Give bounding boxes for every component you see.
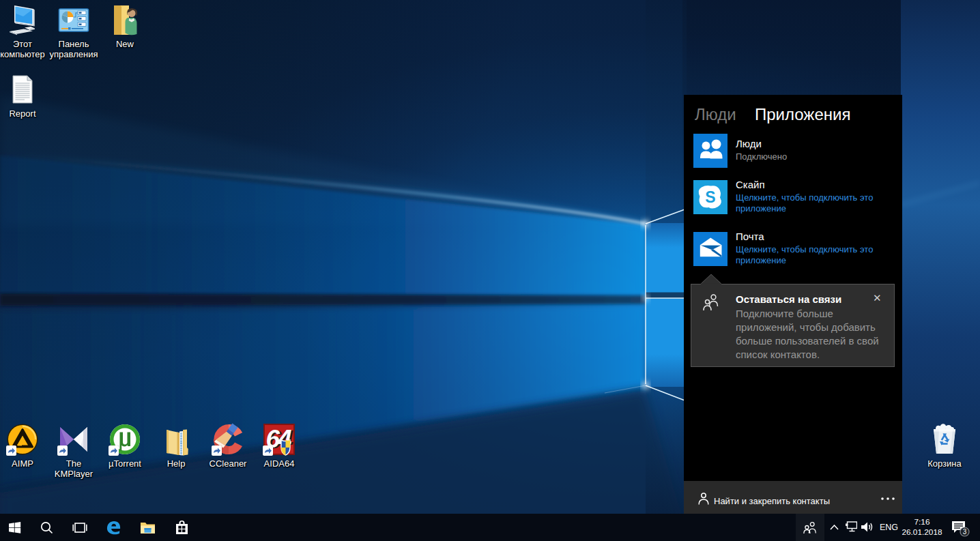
svg-text:S: S — [705, 188, 715, 206]
svg-text:3: 3 — [963, 528, 967, 536]
